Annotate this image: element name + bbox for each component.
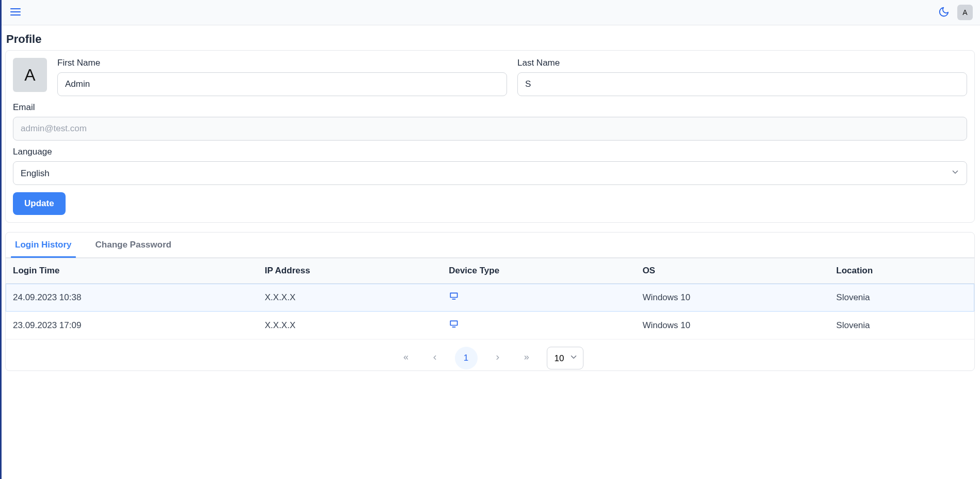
left-accent-strip: [0, 0, 2, 389]
cell-os: Windows 10: [635, 312, 829, 339]
email-label: Email: [13, 102, 967, 113]
desktop-icon: [449, 293, 459, 303]
page-number-button[interactable]: 1: [455, 347, 478, 369]
last-name-label: Last Name: [517, 58, 967, 68]
menu-button[interactable]: [7, 4, 24, 21]
col-ip-address: IP Address: [258, 258, 441, 284]
email-input: [13, 117, 967, 141]
prev-page-button[interactable]: [426, 349, 444, 367]
page-size-select[interactable]: 10: [547, 347, 583, 369]
theme-toggle-button[interactable]: [936, 4, 952, 21]
cell-os: Windows 10: [635, 284, 829, 312]
menu-icon: [9, 6, 22, 20]
table-row[interactable]: 24.09.2023 10:38 X.X.X.X Windows 10 Slov…: [6, 284, 974, 312]
cell-device: [441, 284, 635, 312]
profile-avatar: A: [13, 58, 47, 92]
table-row[interactable]: 23.09.2023 17:09 X.X.X.X Windows 10 Slov…: [6, 312, 974, 339]
desktop-icon: [449, 321, 459, 331]
cell-location: Slovenia: [829, 284, 974, 312]
last-name-input[interactable]: [517, 72, 967, 96]
cell-login-time: 23.09.2023 17:09: [6, 312, 258, 339]
cell-login-time: 24.09.2023 10:38: [6, 284, 258, 312]
chevrons-right-icon: [523, 354, 530, 363]
col-location: Location: [829, 258, 974, 284]
moon-icon: [938, 6, 950, 19]
chevrons-left-icon: [402, 354, 409, 363]
last-page-button[interactable]: [518, 349, 535, 367]
page-title: Profile: [6, 33, 975, 46]
user-avatar-button[interactable]: A: [957, 5, 973, 20]
user-avatar-initial: A: [962, 8, 967, 17]
first-name-label: First Name: [57, 58, 507, 68]
profile-card: A First Name Last Name Email Language: [5, 50, 975, 223]
first-name-input[interactable]: [57, 72, 507, 96]
tab-login-history[interactable]: Login History: [11, 233, 76, 257]
language-label: Language: [13, 147, 967, 157]
col-device-type: Device Type: [441, 258, 635, 284]
col-os: OS: [635, 258, 829, 284]
tabs: Login History Change Password: [6, 233, 974, 258]
language-select[interactable]: English: [13, 161, 967, 185]
first-page-button[interactable]: [397, 349, 415, 367]
chevron-left-icon: [431, 354, 438, 363]
cell-ip: X.X.X.X: [258, 312, 441, 339]
chevron-right-icon: [494, 354, 501, 363]
login-history-table: Login Time IP Address Device Type OS Loc…: [6, 258, 974, 339]
update-button[interactable]: Update: [13, 192, 66, 215]
cell-ip: X.X.X.X: [258, 284, 441, 312]
cell-location: Slovenia: [829, 312, 974, 339]
col-login-time: Login Time: [6, 258, 258, 284]
cell-device: [441, 312, 635, 339]
next-page-button[interactable]: [489, 349, 507, 367]
tab-change-password[interactable]: Change Password: [91, 233, 176, 257]
history-card: Login History Change Password Login Time…: [5, 232, 975, 371]
profile-avatar-initial: A: [24, 66, 35, 85]
paginator: 1 10: [6, 339, 974, 370]
topbar: A: [0, 0, 980, 25]
